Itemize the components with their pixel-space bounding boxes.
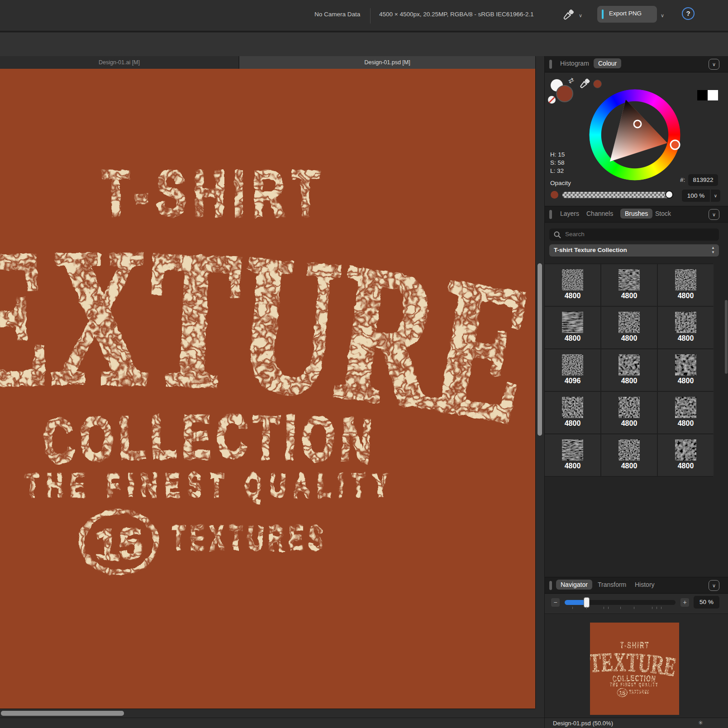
brush-item[interactable]: 4800 <box>545 392 600 433</box>
hex-input[interactable]: 813922 <box>688 174 718 186</box>
brush-item[interactable]: 4800 <box>601 307 657 348</box>
white-swatch[interactable] <box>708 90 718 100</box>
brush-item[interactable]: 4800 <box>601 434 657 476</box>
foreground-colour-chip[interactable] <box>556 85 573 102</box>
brush-size-label: 4800 <box>545 334 600 343</box>
picker-chevron-icon[interactable]: ∨ <box>579 13 582 19</box>
brush-size-label: 4800 <box>658 462 714 470</box>
brush-item[interactable]: 4800 <box>601 264 657 306</box>
tab-design-psd[interactable]: Design-01.psd [M] <box>239 56 535 69</box>
hue-value: H: 15 <box>550 151 565 159</box>
panel-drag-handle[interactable] <box>549 581 552 590</box>
no-colour-chip[interactable] <box>548 96 556 104</box>
zoom-in-button[interactable]: + <box>680 598 689 607</box>
brush-size-label: 4800 <box>601 462 657 470</box>
brush-texture-thumbnail <box>675 269 696 290</box>
status-asterisk: ✳ <box>698 719 703 726</box>
brush-texture-thumbnail <box>562 312 583 333</box>
brush-item[interactable]: 4800 <box>601 392 657 433</box>
document-info-label: 4500 × 4500px, 20.25MP, RGBA/8 - sRGB IE… <box>379 11 534 18</box>
panel-collapse-button[interactable]: ∨ <box>709 209 719 220</box>
brush-size-label: 4800 <box>601 377 657 385</box>
saturation-triangle[interactable] <box>589 89 680 181</box>
zoom-slider-track[interactable] <box>565 600 676 605</box>
help-button[interactable]: ? <box>682 7 695 20</box>
brush-texture-thumbnail <box>619 397 640 418</box>
eyedropper-icon[interactable] <box>578 77 590 91</box>
brush-texture-thumbnail <box>675 439 696 461</box>
brush-collection-dropdown[interactable]: T-shirt Texture Collection ▲▼ <box>549 244 719 257</box>
vertical-scrollbar-thumb[interactable] <box>538 263 542 436</box>
tab-histogram[interactable]: Histogram <box>560 60 589 67</box>
brush-size-label: 4800 <box>601 292 657 300</box>
brush-item[interactable]: 4800 <box>658 264 714 306</box>
brush-size-label: 4800 <box>601 334 657 343</box>
panel-collapse-button[interactable]: ∨ <box>709 59 719 70</box>
zoom-slider-knob[interactable] <box>584 597 590 608</box>
search-icon <box>554 231 561 238</box>
tab-stock[interactable]: Stock <box>655 210 671 217</box>
opacity-value-field[interactable]: 100 % <box>682 190 710 202</box>
opacity-slider-knob[interactable] <box>665 190 673 199</box>
swap-colours-icon[interactable]: ⇄ <box>567 76 576 86</box>
tab-layers[interactable]: Layers <box>560 210 579 217</box>
brush-texture-thumbnail <box>562 439 583 461</box>
brushes-scrollbar-thumb[interactable] <box>725 300 728 374</box>
brushes-panel-body: Search T-shirt Texture Collection ▲▼ 4 <box>545 223 728 577</box>
brush-size-label: 4800 <box>658 377 714 385</box>
tab-brushes[interactable]: Brushes <box>620 209 652 219</box>
panel-drag-handle[interactable] <box>549 60 552 69</box>
tab-colour[interactable]: Colour <box>594 58 621 68</box>
top-toolbar: No Camera Data 4500 × 4500px, 20.25MP, R… <box>0 0 728 32</box>
brush-size-label: 4800 <box>658 334 714 343</box>
tab-design-ai[interactable]: Design-01.ai [M] <box>0 56 238 69</box>
brush-item[interactable]: 4096 <box>545 349 600 391</box>
horizontal-scrollbar-thumb[interactable] <box>1 711 124 716</box>
status-bar: Design-01.psd (50.0%) ✳ <box>0 718 728 728</box>
search-placeholder: Search <box>565 231 585 238</box>
brush-collection-label: T-shirt Texture Collection <box>554 247 627 253</box>
brush-item[interactable]: 4800 <box>601 349 657 391</box>
opacity-colour-dot <box>551 191 558 199</box>
brush-item[interactable]: 4800 <box>545 264 600 306</box>
opacity-slider-track[interactable] <box>562 192 670 198</box>
canvas-viewport[interactable] <box>0 69 535 709</box>
brush-search-input[interactable]: Search <box>549 228 719 241</box>
sampled-colour-dot[interactable] <box>593 80 602 88</box>
brush-item[interactable]: 4800 <box>658 307 714 348</box>
panel-drag-handle[interactable] <box>549 210 552 219</box>
tab-channels[interactable]: Channels <box>586 210 613 217</box>
zoom-value-field[interactable]: 50 % <box>694 596 719 609</box>
tab-history[interactable]: History <box>635 581 655 588</box>
status-document-label: Design-01.psd (50.0%) <box>553 720 613 727</box>
tab-transform[interactable]: Transform <box>598 581 626 588</box>
colour-panel-body: ⇄ <box>545 73 728 206</box>
brush-texture-thumbnail <box>675 312 696 333</box>
export-png-button[interactable]: Export PNG <box>597 6 657 23</box>
brush-item[interactable]: 4800 <box>658 434 714 476</box>
black-swatch[interactable] <box>697 90 708 100</box>
hue-marker[interactable] <box>671 140 680 149</box>
toolbar-separator <box>370 8 371 24</box>
brush-item[interactable]: 4800 <box>658 392 714 433</box>
brush-item[interactable]: 4800 <box>545 307 600 348</box>
brush-item[interactable]: 4800 <box>545 434 600 476</box>
colour-picker-icon[interactable] <box>561 8 575 23</box>
export-png-label: Export PNG <box>609 10 642 17</box>
opacity-label: Opacity <box>550 180 571 186</box>
tab-navigator[interactable]: Navigator <box>556 580 592 590</box>
opacity-dropdown-icon[interactable]: ∨ <box>710 190 720 202</box>
panel-collapse-button[interactable]: ∨ <box>709 580 719 591</box>
brush-size-label: 4800 <box>658 292 714 300</box>
brush-texture-thumbnail <box>675 397 696 418</box>
brush-size-label: 4800 <box>601 419 657 428</box>
zoom-out-button[interactable]: − <box>551 598 560 607</box>
triangle-marker[interactable] <box>634 120 641 128</box>
vertical-scrollbar-track[interactable] <box>535 56 544 718</box>
brush-item[interactable]: 4800 <box>658 349 714 391</box>
navigator-preview[interactable] <box>590 623 679 715</box>
brush-size-label: 4800 <box>545 462 600 470</box>
horizontal-scrollbar-track[interactable] <box>0 709 535 718</box>
export-chevron-icon[interactable]: ∨ <box>661 13 664 19</box>
colour-panel-header: Histogram Colour ∨ <box>545 56 728 72</box>
